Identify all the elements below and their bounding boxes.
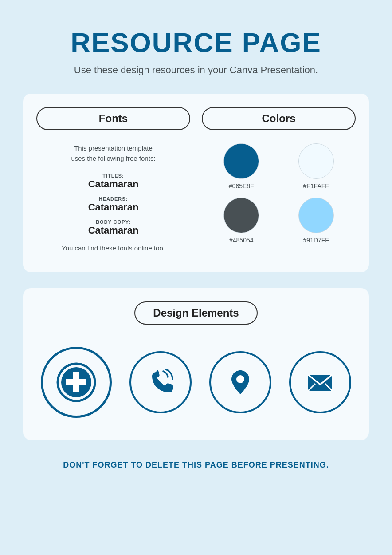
svg-rect-3	[66, 379, 86, 385]
svg-point-4	[236, 375, 244, 383]
font-name-headers: Catamaran	[36, 202, 190, 213]
fonts-colors-card: Fonts This presentation template uses th…	[23, 94, 369, 272]
font-group-headers: HEADERS: Catamaran	[36, 196, 190, 213]
color-item-1: #F1FAFF	[281, 143, 352, 190]
color-hex-3: #91D7FF	[303, 237, 329, 244]
font-name-body: Catamaran	[36, 225, 190, 236]
font-label-headers: HEADERS:	[36, 196, 190, 202]
fonts-header: Fonts	[36, 107, 190, 130]
font-group-titles: TITLES: Catamaran	[36, 173, 190, 190]
colors-column: Colors #065E8F #F1FAFF #485054 #91D7FF	[202, 107, 356, 256]
page-title: RESOURCE PAGE	[71, 27, 321, 58]
font-group-body: BODY COPY: Catamaran	[36, 219, 190, 236]
fonts-content: This presentation template uses the foll…	[36, 139, 190, 256]
mail-icon	[289, 351, 351, 413]
color-swatch-2	[223, 198, 259, 233]
medical-plus-icon	[41, 347, 112, 418]
color-item-2: #485054	[206, 198, 277, 244]
color-swatch-1	[298, 143, 334, 179]
fonts-column: Fonts This presentation template uses th…	[36, 107, 190, 256]
icons-row	[41, 347, 351, 418]
color-hex-2: #485054	[229, 237, 254, 244]
color-swatch-3	[298, 198, 334, 233]
colors-grid: #065E8F #F1FAFF #485054 #91D7FF	[202, 139, 356, 248]
design-elements-card: Design Elements	[23, 288, 369, 440]
footer-reminder: DON'T FORGET TO DELETE THIS PAGE BEFORE …	[63, 460, 329, 470]
font-label-body: BODY COPY:	[36, 219, 190, 225]
color-item-0: #065E8F	[206, 143, 277, 190]
colors-header: Colors	[202, 107, 356, 130]
font-name-titles: Catamaran	[36, 178, 190, 190]
fonts-footer: You can find these fonts online too.	[36, 244, 190, 252]
design-elements-header: Design Elements	[134, 301, 257, 325]
fonts-intro: This presentation template uses the foll…	[36, 143, 190, 163]
phone-call-icon	[129, 351, 192, 413]
page-subtitle: Use these design resources in your Canva…	[74, 64, 318, 76]
font-label-titles: TITLES:	[36, 173, 190, 178]
location-pin-icon	[209, 351, 271, 413]
color-hex-1: #F1FAFF	[303, 182, 329, 190]
color-hex-0: #065E8F	[229, 182, 254, 190]
color-item-3: #91D7FF	[281, 198, 352, 244]
color-swatch-0	[223, 143, 259, 179]
